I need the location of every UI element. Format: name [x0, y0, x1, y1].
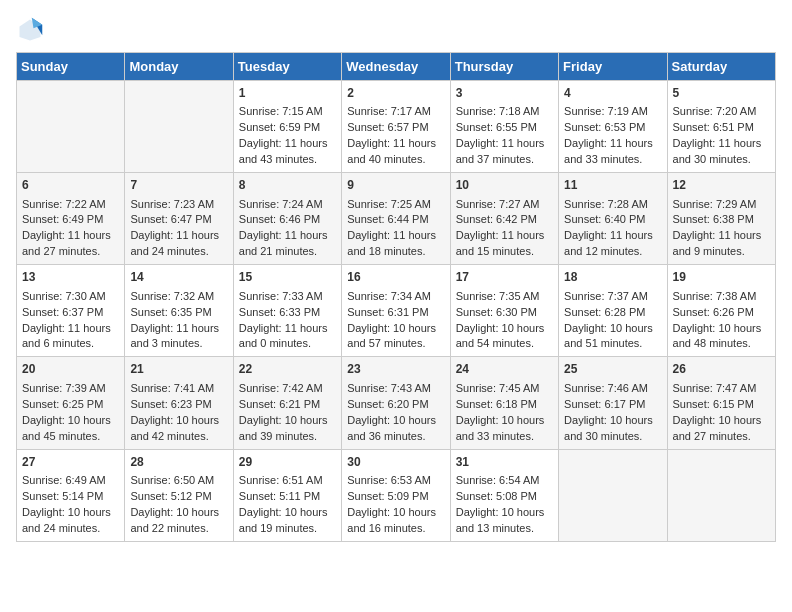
week-row-5: 27Sunrise: 6:49 AMSunset: 5:14 PMDayligh…	[17, 449, 776, 541]
header-cell-sunday: Sunday	[17, 53, 125, 81]
calendar-cell: 29Sunrise: 6:51 AMSunset: 5:11 PMDayligh…	[233, 449, 341, 541]
logo	[16, 16, 48, 44]
calendar-cell: 11Sunrise: 7:28 AMSunset: 6:40 PMDayligh…	[559, 173, 667, 265]
calendar-cell: 31Sunrise: 6:54 AMSunset: 5:08 PMDayligh…	[450, 449, 558, 541]
day-number: 3	[456, 85, 553, 102]
calendar-cell: 26Sunrise: 7:47 AMSunset: 6:15 PMDayligh…	[667, 357, 775, 449]
sunset-text: Sunset: 6:38 PM	[673, 212, 770, 228]
daylight-text: Daylight: 11 hours and 37 minutes.	[456, 136, 553, 168]
calendar-cell: 1Sunrise: 7:15 AMSunset: 6:59 PMDaylight…	[233, 81, 341, 173]
day-number: 22	[239, 361, 336, 378]
day-number: 12	[673, 177, 770, 194]
sunset-text: Sunset: 5:08 PM	[456, 489, 553, 505]
week-row-1: 1Sunrise: 7:15 AMSunset: 6:59 PMDaylight…	[17, 81, 776, 173]
sunrise-text: Sunrise: 7:25 AM	[347, 197, 444, 213]
calendar-cell: 7Sunrise: 7:23 AMSunset: 6:47 PMDaylight…	[125, 173, 233, 265]
daylight-text: Daylight: 11 hours and 9 minutes.	[673, 228, 770, 260]
daylight-text: Daylight: 11 hours and 24 minutes.	[130, 228, 227, 260]
sunset-text: Sunset: 6:40 PM	[564, 212, 661, 228]
calendar-cell	[559, 449, 667, 541]
day-number: 6	[22, 177, 119, 194]
header-cell-saturday: Saturday	[667, 53, 775, 81]
header-cell-wednesday: Wednesday	[342, 53, 450, 81]
daylight-text: Daylight: 10 hours and 19 minutes.	[239, 505, 336, 537]
sunset-text: Sunset: 6:51 PM	[673, 120, 770, 136]
sunset-text: Sunset: 5:09 PM	[347, 489, 444, 505]
sunrise-text: Sunrise: 7:23 AM	[130, 197, 227, 213]
sunset-text: Sunset: 6:37 PM	[22, 305, 119, 321]
sunset-text: Sunset: 6:59 PM	[239, 120, 336, 136]
sunrise-text: Sunrise: 7:27 AM	[456, 197, 553, 213]
sunset-text: Sunset: 5:11 PM	[239, 489, 336, 505]
day-number: 29	[239, 454, 336, 471]
page-header	[16, 16, 776, 44]
daylight-text: Daylight: 11 hours and 21 minutes.	[239, 228, 336, 260]
daylight-text: Daylight: 11 hours and 12 minutes.	[564, 228, 661, 260]
day-number: 11	[564, 177, 661, 194]
week-row-4: 20Sunrise: 7:39 AMSunset: 6:25 PMDayligh…	[17, 357, 776, 449]
week-row-2: 6Sunrise: 7:22 AMSunset: 6:49 PMDaylight…	[17, 173, 776, 265]
calendar-cell: 14Sunrise: 7:32 AMSunset: 6:35 PMDayligh…	[125, 265, 233, 357]
day-number: 7	[130, 177, 227, 194]
sunset-text: Sunset: 6:53 PM	[564, 120, 661, 136]
day-number: 28	[130, 454, 227, 471]
sunset-text: Sunset: 6:55 PM	[456, 120, 553, 136]
day-number: 17	[456, 269, 553, 286]
sunset-text: Sunset: 6:47 PM	[130, 212, 227, 228]
sunrise-text: Sunrise: 7:39 AM	[22, 381, 119, 397]
day-number: 26	[673, 361, 770, 378]
calendar-cell: 20Sunrise: 7:39 AMSunset: 6:25 PMDayligh…	[17, 357, 125, 449]
daylight-text: Daylight: 10 hours and 30 minutes.	[564, 413, 661, 445]
calendar-table: SundayMondayTuesdayWednesdayThursdayFrid…	[16, 52, 776, 542]
day-number: 13	[22, 269, 119, 286]
sunset-text: Sunset: 5:12 PM	[130, 489, 227, 505]
day-number: 18	[564, 269, 661, 286]
day-number: 15	[239, 269, 336, 286]
sunrise-text: Sunrise: 7:24 AM	[239, 197, 336, 213]
sunset-text: Sunset: 6:57 PM	[347, 120, 444, 136]
day-number: 27	[22, 454, 119, 471]
sunrise-text: Sunrise: 7:15 AM	[239, 104, 336, 120]
daylight-text: Daylight: 10 hours and 39 minutes.	[239, 413, 336, 445]
sunset-text: Sunset: 6:33 PM	[239, 305, 336, 321]
calendar-cell: 12Sunrise: 7:29 AMSunset: 6:38 PMDayligh…	[667, 173, 775, 265]
sunrise-text: Sunrise: 7:46 AM	[564, 381, 661, 397]
calendar-cell: 23Sunrise: 7:43 AMSunset: 6:20 PMDayligh…	[342, 357, 450, 449]
daylight-text: Daylight: 10 hours and 27 minutes.	[673, 413, 770, 445]
sunrise-text: Sunrise: 7:17 AM	[347, 104, 444, 120]
sunrise-text: Sunrise: 7:33 AM	[239, 289, 336, 305]
daylight-text: Daylight: 10 hours and 24 minutes.	[22, 505, 119, 537]
sunrise-text: Sunrise: 7:18 AM	[456, 104, 553, 120]
sunrise-text: Sunrise: 7:37 AM	[564, 289, 661, 305]
sunrise-text: Sunrise: 7:43 AM	[347, 381, 444, 397]
day-number: 19	[673, 269, 770, 286]
day-number: 9	[347, 177, 444, 194]
daylight-text: Daylight: 10 hours and 33 minutes.	[456, 413, 553, 445]
sunset-text: Sunset: 6:46 PM	[239, 212, 336, 228]
header-cell-thursday: Thursday	[450, 53, 558, 81]
calendar-cell: 25Sunrise: 7:46 AMSunset: 6:17 PMDayligh…	[559, 357, 667, 449]
calendar-cell: 6Sunrise: 7:22 AMSunset: 6:49 PMDaylight…	[17, 173, 125, 265]
daylight-text: Daylight: 11 hours and 3 minutes.	[130, 321, 227, 353]
calendar-cell: 21Sunrise: 7:41 AMSunset: 6:23 PMDayligh…	[125, 357, 233, 449]
calendar-cell: 24Sunrise: 7:45 AMSunset: 6:18 PMDayligh…	[450, 357, 558, 449]
sunset-text: Sunset: 6:17 PM	[564, 397, 661, 413]
sunset-text: Sunset: 6:28 PM	[564, 305, 661, 321]
header-cell-friday: Friday	[559, 53, 667, 81]
calendar-cell: 19Sunrise: 7:38 AMSunset: 6:26 PMDayligh…	[667, 265, 775, 357]
calendar-cell: 28Sunrise: 6:50 AMSunset: 5:12 PMDayligh…	[125, 449, 233, 541]
calendar-cell: 8Sunrise: 7:24 AMSunset: 6:46 PMDaylight…	[233, 173, 341, 265]
day-number: 1	[239, 85, 336, 102]
day-number: 2	[347, 85, 444, 102]
calendar-cell: 10Sunrise: 7:27 AMSunset: 6:42 PMDayligh…	[450, 173, 558, 265]
day-number: 21	[130, 361, 227, 378]
sunrise-text: Sunrise: 7:20 AM	[673, 104, 770, 120]
daylight-text: Daylight: 10 hours and 42 minutes.	[130, 413, 227, 445]
sunrise-text: Sunrise: 7:29 AM	[673, 197, 770, 213]
sunset-text: Sunset: 6:31 PM	[347, 305, 444, 321]
day-number: 8	[239, 177, 336, 194]
day-number: 24	[456, 361, 553, 378]
day-number: 14	[130, 269, 227, 286]
sunrise-text: Sunrise: 7:32 AM	[130, 289, 227, 305]
daylight-text: Daylight: 11 hours and 18 minutes.	[347, 228, 444, 260]
